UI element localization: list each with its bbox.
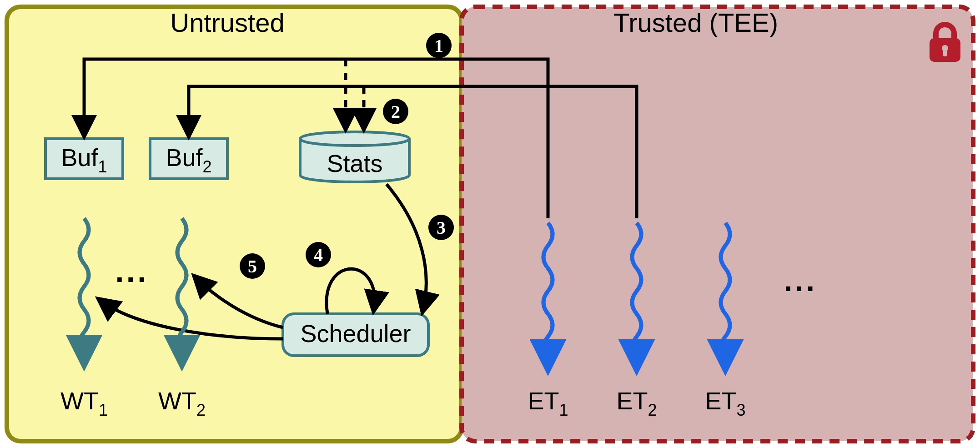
svg-rect-4 [943,49,947,56]
svg-rect-1 [462,7,973,441]
step-2: 2 [383,99,408,124]
buf1-label-sub: 1 [98,157,107,176]
step-1: 1 [426,33,452,58]
wt2-label-base: WT [158,387,196,414]
trusted-region [462,7,973,441]
et2-label-base: ET [616,387,648,414]
stats-cylinder: Stats [300,132,409,182]
step-3: 3 [428,215,454,240]
diagram-canvas: Untrusted Trusted (TEE) Buf1 Buf2 Stats … [0,0,980,448]
wt1-label-sub: 1 [99,401,108,419]
buf2-box: Buf2 [150,139,227,179]
et1-label-sub: 1 [559,401,568,419]
et3-label-sub: 3 [736,401,745,419]
wt1-label-base: WT [60,387,99,414]
wt2-label-sub: 2 [196,401,206,419]
svg-text:1: 1 [434,35,443,56]
buf1-label-base: Buf [61,144,98,171]
stats-label: Stats [327,150,382,177]
untrusted-title: Untrusted [170,8,284,37]
step-5: 5 [240,253,265,279]
svg-text:2: 2 [391,101,400,122]
buf2-label-base: Buf [166,144,203,171]
trusted-title: Trusted (TEE) [613,8,778,37]
svg-text:4: 4 [314,245,323,265]
svg-text:3: 3 [437,217,446,238]
et2-label-sub: 2 [648,401,657,419]
untrusted-region [7,7,462,441]
svg-text:5: 5 [248,256,257,277]
et-ellipsis: ... [784,263,817,297]
scheduler-label: Scheduler [300,320,411,347]
svg-rect-0 [7,7,462,441]
scheduler-box: Scheduler [283,314,428,356]
wt-ellipsis: ... [116,254,149,288]
et3-label-base: ET [705,387,736,414]
buf2-label-sub: 2 [203,157,212,176]
et1-label-base: ET [528,387,559,414]
buf1-box: Buf1 [45,139,123,179]
step-4: 4 [306,242,331,267]
